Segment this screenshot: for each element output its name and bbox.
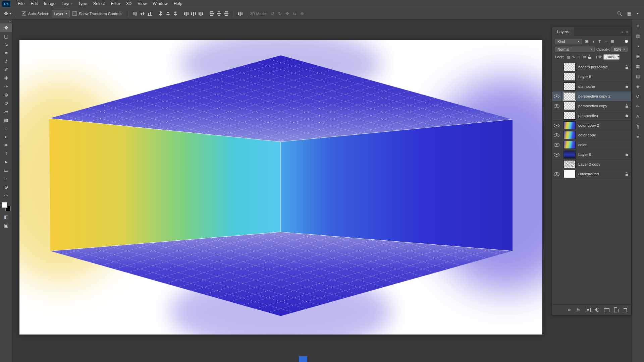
layer-row[interactable]: color (552, 140, 631, 150)
menu-type[interactable]: Type (75, 0, 90, 8)
visibility-toggle[interactable] (552, 130, 561, 140)
align-right-edges-icon[interactable] (172, 10, 179, 17)
color-panel-icon[interactable]: ◉ (632, 51, 644, 61)
filter-toggle[interactable] (625, 40, 628, 43)
layer-thumbnail[interactable] (564, 82, 576, 90)
gradient-tool[interactable]: ▩ (0, 116, 12, 124)
taskbar-icon[interactable] (299, 356, 307, 362)
layer-row[interactable]: Layer 9 (552, 150, 631, 160)
edit-toolbar[interactable]: ⋯ (0, 191, 12, 199)
layer-row[interactable]: color copy (552, 130, 631, 140)
path-selection-tool[interactable]: ► (0, 158, 12, 166)
panel-menu-icon[interactable]: ≡ (626, 30, 628, 34)
styles-panel-icon[interactable]: ◈ (632, 81, 644, 91)
layer-thumbnail[interactable] (564, 170, 576, 178)
distribute-top-edges-icon[interactable] (182, 10, 190, 17)
visibility-toggle[interactable] (552, 111, 561, 120)
align-horizontal-centers-icon[interactable] (164, 10, 172, 17)
brush-tool[interactable]: ✑ (0, 82, 12, 90)
layer-row[interactable]: dia noche (552, 82, 631, 92)
layer-thumbnail[interactable] (564, 141, 576, 149)
auto-select-target-dropdown[interactable]: Layer (52, 10, 70, 17)
layer-row[interactable]: Background (552, 169, 631, 179)
timeline-panel-icon[interactable]: ≡ (632, 131, 644, 141)
lock-all-icon[interactable] (587, 54, 592, 60)
eyedropper-tool[interactable]: ✐ (0, 65, 12, 74)
distribute-right-edges-icon[interactable] (223, 10, 230, 17)
menu-file[interactable]: File (15, 0, 28, 8)
visibility-toggle[interactable] (552, 62, 561, 72)
align-bottom-edges-icon[interactable] (146, 10, 154, 17)
crop-tool[interactable]: ♯ (0, 57, 12, 65)
dodge-tool[interactable]: ◐ (0, 132, 12, 141)
visibility-toggle[interactable] (552, 140, 561, 149)
distribute-bottom-edges-icon[interactable] (197, 10, 205, 17)
layer-row[interactable]: Layer 2 copy (552, 160, 631, 169)
filter-type-layers-icon[interactable]: T (596, 39, 603, 44)
menu-filter[interactable]: Filter (108, 0, 123, 8)
color-chips[interactable] (2, 202, 11, 211)
menu-edit[interactable]: Edit (28, 0, 41, 8)
layer-thumbnail[interactable] (564, 73, 576, 81)
show-transform-controls-checkbox[interactable]: Show Transform Controls (72, 11, 122, 16)
type-tool[interactable]: T (0, 149, 12, 158)
visibility-toggle[interactable] (552, 92, 561, 101)
layer-row[interactable]: boceto personaje (552, 62, 631, 72)
libraries-panel-icon[interactable]: ▧ (632, 71, 644, 81)
distribute-left-edges-icon[interactable] (208, 10, 215, 17)
layer-row[interactable]: color copy 2 (552, 121, 631, 130)
blend-mode-dropdown[interactable]: Normal (555, 47, 595, 52)
visibility-toggle[interactable] (552, 169, 561, 179)
visibility-toggle[interactable] (552, 101, 561, 111)
filter-kind-dropdown[interactable]: Kind (555, 39, 582, 44)
brushes-panel-icon[interactable]: ✑ (632, 101, 644, 111)
workspace-switcher-icon[interactable]: ▦ (627, 11, 631, 16)
align-left-edges-icon[interactable] (157, 10, 164, 17)
paragraph-panel-icon[interactable]: ¶ (632, 121, 644, 131)
layer-row[interactable]: Layer 8 (552, 72, 631, 82)
lock-artboards-icon[interactable]: ⊞ (582, 54, 587, 60)
spot-healing-brush-tool[interactable]: ✚ (0, 74, 12, 82)
screen-mode[interactable]: ▣ (0, 221, 12, 229)
filter-shape-layers-icon[interactable]: ▱ (603, 39, 609, 44)
magic-wand-tool[interactable]: ✶ (0, 49, 12, 57)
link-layers-button[interactable]: ∞ (567, 307, 572, 313)
layer-row[interactable]: perspectiva copy 2 (552, 92, 631, 101)
lock-image-pixels-icon[interactable]: ✎ (571, 54, 576, 60)
layer-thumbnail[interactable] (564, 63, 576, 71)
clone-stamp-tool[interactable]: ⊛ (0, 90, 12, 99)
blur-tool[interactable]: ◌ (0, 124, 12, 132)
lock-position-icon[interactable]: ✛ (576, 54, 582, 60)
photoshop-logo[interactable]: Ps (2, 1, 11, 7)
menu-layer[interactable]: Layer (58, 0, 75, 8)
adjustments-panel-icon[interactable]: ◑ (632, 41, 644, 51)
menu-select[interactable]: Select (90, 0, 108, 8)
distribute-vertical-centers-icon[interactable] (190, 10, 197, 17)
eraser-tool[interactable]: ▱ (0, 107, 12, 116)
quick-mask-mode[interactable]: ◧ (0, 213, 12, 221)
visibility-toggle[interactable] (552, 82, 561, 91)
layer-styles-button[interactable]: fx (576, 307, 581, 313)
move-tool[interactable]: ✥ (0, 23, 12, 32)
layer-thumbnail[interactable] (564, 112, 576, 120)
layer-row[interactable]: perspectiva copy (552, 101, 631, 111)
visibility-toggle[interactable] (552, 160, 561, 169)
layer-thumbnail[interactable] (564, 102, 576, 110)
collapse-panels-icon[interactable]: « (632, 21, 644, 31)
lasso-tool[interactable]: ∿ (0, 40, 12, 49)
panel-options-chevron-icon[interactable] (637, 13, 639, 14)
foreground-color-chip[interactable] (2, 202, 7, 208)
fill-field[interactable]: 100% (603, 54, 620, 60)
menu-help[interactable]: Help (171, 0, 185, 8)
tool-preset-picker[interactable]: ✥ (3, 10, 13, 17)
lock-transparent-pixels-icon[interactable]: ▨ (566, 54, 571, 60)
filter-smart-objects-icon[interactable]: ▦ (609, 39, 615, 44)
new-adjustment-layer-button[interactable] (595, 307, 600, 313)
canvas-document[interactable] (19, 40, 542, 335)
visibility-toggle[interactable] (552, 121, 561, 130)
history-panel-icon[interactable]: ↺ (632, 91, 644, 101)
align-top-edges-icon[interactable] (131, 10, 139, 17)
layer-thumbnail[interactable] (564, 121, 576, 129)
new-group-button[interactable] (604, 307, 609, 313)
layer-thumbnail[interactable] (564, 92, 576, 100)
